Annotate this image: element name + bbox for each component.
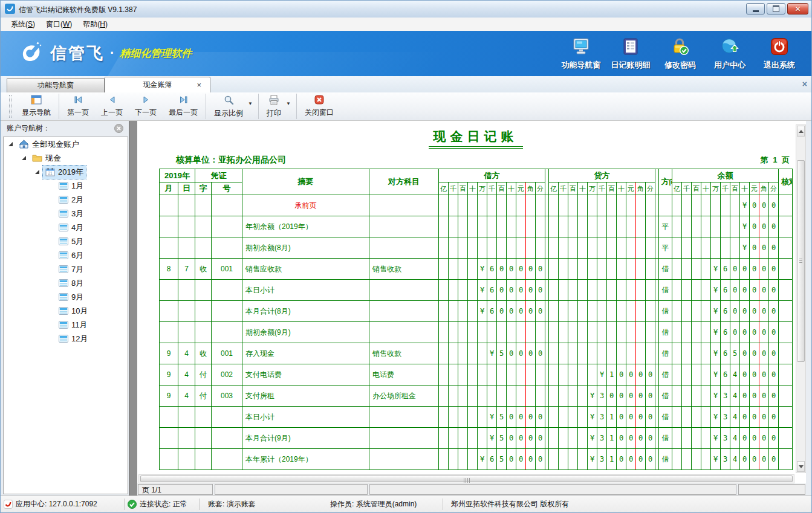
app-window: 信管飞出纳记账软件免费版 V9.1.387 ✕ 系统(S)窗口(W)帮助(H) … xyxy=(0,0,812,513)
digit-cell xyxy=(439,428,449,449)
cell-month xyxy=(160,195,178,216)
digit-cell xyxy=(711,237,721,259)
digit-cell: 0 xyxy=(750,343,759,364)
toolbar-button-print[interactable]: 打印 ▼ xyxy=(261,92,294,120)
digit-cell xyxy=(549,280,559,301)
digit-cell xyxy=(682,428,692,449)
digit-cell: 0 xyxy=(740,301,750,322)
digit-cell: 6 xyxy=(721,259,730,280)
digit-cell: 3 xyxy=(721,386,730,407)
cell-day: 4 xyxy=(178,386,195,407)
month-icon xyxy=(59,224,68,231)
vertical-scrollbar[interactable] xyxy=(796,124,806,473)
digit-cell: 3 xyxy=(597,449,607,470)
tree-item-month-7[interactable]: 7月 xyxy=(4,262,128,276)
digit-cell xyxy=(536,195,545,216)
banner-action-change-password[interactable]: 修改密码 xyxy=(655,37,705,71)
tabstrip-close-icon[interactable]: × xyxy=(802,79,807,89)
digit-cell: 0 xyxy=(750,301,759,322)
tree-item-all-cash-accounts[interactable]: 全部现金账户 xyxy=(4,137,128,151)
vertical-scroll-thumb[interactable] xyxy=(797,160,805,362)
banner-action-user-center[interactable]: 用户中心 xyxy=(705,37,755,71)
chevron-down-icon[interactable]: ▼ xyxy=(286,101,291,106)
toolbar-button-next-page[interactable]: 下一页 xyxy=(129,92,163,120)
chevron-down-icon[interactable]: ▼ xyxy=(248,101,253,106)
table-row: 本月合计(8月) ¥600000 借 ¥600000 xyxy=(160,301,793,322)
toolbar-button-prev-page[interactable]: 上一页 xyxy=(95,92,129,120)
digit-cell xyxy=(578,322,588,343)
scroll-up-icon[interactable] xyxy=(797,126,805,137)
table-row: 承前页 ¥000 xyxy=(160,195,793,216)
cell-check xyxy=(779,364,793,386)
digit-cell xyxy=(701,386,711,407)
tree-item-month-6[interactable]: 6月 xyxy=(4,248,128,262)
tree-item-cash[interactable]: 现金 xyxy=(4,151,128,165)
cell-day xyxy=(178,449,195,470)
col-day: 日 xyxy=(178,182,195,195)
digit-cell xyxy=(568,216,578,237)
digit-cell: 0 xyxy=(769,407,779,428)
tree-item-month-10[interactable]: 10月 xyxy=(4,304,128,318)
toolbar-button-zoom-scale[interactable]: 显示比例 ▼ xyxy=(208,92,256,120)
horizontal-scrollbar[interactable] xyxy=(138,474,794,483)
tree-expander-icon[interactable] xyxy=(22,156,26,160)
digit-cell xyxy=(721,237,730,259)
tree-item-month-12[interactable]: 12月 xyxy=(4,332,128,346)
digit-cell xyxy=(449,386,458,407)
toolbar-button-show-nav[interactable]: 显示导航 xyxy=(16,92,57,120)
tree-item-month-1[interactable]: 1月 xyxy=(4,179,128,193)
restore-button[interactable] xyxy=(767,3,785,15)
digit-cell: 3 xyxy=(721,449,730,470)
tree-expander-icon[interactable] xyxy=(8,142,13,146)
banner-action-journal-detail[interactable]: 日记账明细 xyxy=(606,37,655,71)
horizontal-scroll-thumb[interactable] xyxy=(140,476,793,482)
tab-close-icon[interactable]: × xyxy=(197,77,201,92)
col-account: 对方科目 xyxy=(369,169,439,195)
banner-action-exit-system[interactable]: 退出系统 xyxy=(755,37,804,71)
toolbar-button-first-page[interactable]: 第一页 xyxy=(61,92,95,120)
digit-cell xyxy=(588,343,597,364)
toolbar-button-label: 打印 xyxy=(267,108,281,118)
close-button[interactable]: ✕ xyxy=(787,3,808,15)
digit-cell xyxy=(468,237,478,259)
tree-item-label: 9月 xyxy=(71,292,83,303)
toolbar-button-close-window[interactable]: 关闭窗口 xyxy=(299,92,340,120)
digit-cell xyxy=(578,449,588,470)
digit-cell xyxy=(507,195,516,216)
menu-item-help[interactable]: 帮助(H) xyxy=(77,18,113,31)
digit-cell xyxy=(568,428,578,449)
tree-item-month-8[interactable]: 8月 xyxy=(4,276,128,290)
tree-item-month-2[interactable]: 2月 xyxy=(4,193,128,207)
tree-expander-icon[interactable] xyxy=(35,170,39,174)
tree-item-month-5[interactable]: 5月 xyxy=(4,234,128,248)
menu-item-system[interactable]: 系统(S) xyxy=(5,18,41,31)
digit-header: 百 xyxy=(497,182,507,195)
tab-cash-book[interactable]: 现金账簿× xyxy=(105,77,210,92)
digit-cell: 0 xyxy=(769,343,779,364)
digit-cell: 5 xyxy=(497,449,507,470)
tree-item-month-11[interactable]: 11月 xyxy=(4,318,128,332)
cell-summary: 支付电话费 xyxy=(242,364,369,386)
digit-cell xyxy=(701,322,711,343)
cell-account xyxy=(369,407,439,428)
sidebar-close-icon[interactable] xyxy=(114,124,123,133)
digit-cell xyxy=(549,428,559,449)
cell-direction: 借 xyxy=(659,343,672,364)
digit-header: 亿 xyxy=(549,182,559,195)
tree-item-month-3[interactable]: 3月 xyxy=(4,207,128,221)
digit-cell: 0 xyxy=(626,428,636,449)
status-item-copyright: 郑州亚拓软件科技有限公司 版权所有 xyxy=(451,496,569,512)
cell-no xyxy=(212,195,242,216)
digit-cell xyxy=(497,195,507,216)
digit-cell: 0 xyxy=(769,428,779,449)
menu-item-window[interactable]: 窗口(W) xyxy=(41,18,77,31)
tree-item-month-4[interactable]: 4月 xyxy=(4,221,128,234)
digit-cell xyxy=(549,322,559,343)
toolbar-button-last-page[interactable]: 最后一页 xyxy=(163,92,204,120)
tab-nav-window[interactable]: 功能导航窗 xyxy=(7,78,105,92)
tree-item-month-9[interactable]: 9月 xyxy=(4,290,128,304)
banner-action-nav-window[interactable]: 功能导航窗 xyxy=(556,37,606,71)
minimize-button[interactable] xyxy=(746,3,765,15)
scroll-down-icon[interactable] xyxy=(797,461,805,472)
tree-item-year-2019[interactable]: 21 2019年 xyxy=(4,165,128,179)
